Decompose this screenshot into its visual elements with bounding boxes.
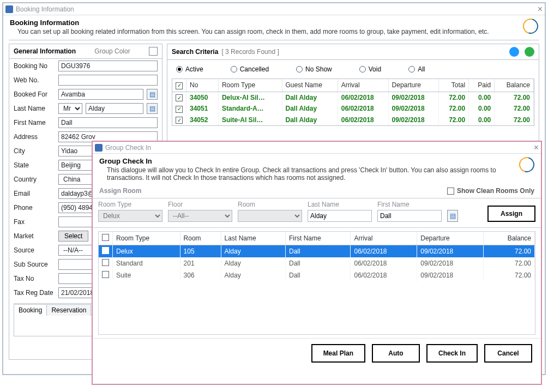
radio-cancelled[interactable]: Cancelled (231, 65, 269, 73)
first-name-label: First Name (14, 119, 55, 126)
col-arrival: Arrival (338, 79, 388, 92)
search-title: Search Criteria (172, 48, 218, 56)
tab-reservation[interactable]: Reservation (46, 304, 91, 316)
mcol-room: Room (180, 232, 221, 245)
assign-floor-select[interactable]: --All-- (168, 210, 232, 222)
salutation-select[interactable]: Mr. (58, 103, 82, 114)
assign-lookup-icon[interactable]: ▤ (447, 210, 458, 222)
assign-button[interactable]: Assign (487, 206, 535, 222)
brand-logo-icon (520, 16, 541, 37)
check-in-grid: Room Type Room Last Name First Name Arri… (98, 231, 535, 335)
auto-button[interactable]: Auto (372, 344, 420, 363)
assign-room-select[interactable] (238, 210, 302, 222)
general-info-title: General Information (14, 47, 76, 55)
show-clean-checkbox[interactable] (447, 188, 454, 195)
booked-for-lookup-icon[interactable]: ▤ (147, 89, 158, 100)
assign-floor-label: Floor (168, 201, 232, 208)
row-checkbox[interactable]: ✓ (176, 117, 183, 124)
col-departure: Departure (388, 79, 439, 92)
last-name-lookup-icon[interactable]: ▤ (147, 103, 158, 114)
row-checkbox[interactable] (102, 247, 109, 254)
city-label: City (14, 147, 55, 155)
mcol-first-name: First Name (286, 232, 351, 245)
fax-label: Fax (14, 218, 55, 226)
check-in-button[interactable]: Check In (426, 344, 478, 363)
col-balance: Balance (495, 79, 534, 92)
modal-header: Group Check In (99, 157, 515, 165)
mcol-balance: Balance (483, 232, 534, 245)
row-checkbox[interactable] (102, 259, 109, 266)
modal-close-icon[interactable]: × (534, 143, 539, 153)
mcol-last-name: Last Name (221, 232, 285, 245)
assign-first-name-input[interactable] (377, 210, 442, 222)
assign-room-type-label: Room Type (98, 201, 162, 208)
page-subtitle: You can set up all booking related infor… (17, 28, 519, 35)
country-label: Country (14, 176, 55, 183)
row-checkbox[interactable]: ✓ (176, 94, 183, 101)
web-no-label: Web No. (14, 76, 55, 84)
divider (9, 40, 539, 40)
table-row[interactable]: ✓34051Standard-A…Dall Alday06/02/201809/… (172, 103, 534, 114)
market-select-button[interactable]: Select (58, 231, 88, 242)
titlebar: Booking Information × (3, 3, 545, 15)
assign-last-name-label: Last Name (308, 201, 372, 208)
page-title: Booking Information (10, 19, 519, 27)
table-row[interactable]: Standard201AldayDall06/02/201809/02/2018… (99, 257, 535, 269)
assign-last-name-input[interactable] (308, 210, 372, 222)
radio-active[interactable]: Active (176, 65, 203, 73)
col-total: Total (439, 79, 469, 92)
col-paid: Paid (469, 79, 495, 92)
table-row[interactable]: Delux105AldayDall06/02/201809/02/201872.… (99, 245, 535, 258)
modal-actions: Meal Plan Auto Check In Cancel (93, 338, 541, 368)
window-title: Booking Information (16, 5, 74, 13)
table-row[interactable]: ✓34052Suite-AI Sil…Dall Alday06/02/20180… (172, 114, 534, 126)
status-radio-group: Active Cancelled No Show Void All (167, 60, 539, 79)
modal-subtitle: This dialogue will allow you to Check In… (107, 166, 515, 182)
app-icon (95, 144, 103, 152)
booking-no-input[interactable] (58, 61, 158, 71)
radio-void[interactable]: Void (359, 65, 381, 73)
first-name-input[interactable] (58, 117, 158, 128)
show-clean-label: Show Clean Rooms Only (457, 187, 534, 195)
records-found-text: [ 3 Records Found ] (221, 48, 279, 56)
row-checkbox[interactable] (102, 271, 109, 278)
assign-room-row: Room Type Delux Floor --All-- Room Last … (93, 198, 541, 228)
assign-room-type-select[interactable]: Delux (98, 210, 162, 222)
grid-select-all-checkbox[interactable] (102, 234, 109, 241)
row-checkbox[interactable]: ✓ (176, 106, 183, 113)
tab-booking[interactable]: Booking (14, 304, 47, 316)
refresh-icon[interactable] (525, 47, 534, 57)
cancel-button[interactable]: Cancel (484, 344, 532, 363)
col-no: No (186, 79, 219, 92)
radio-all[interactable]: All (408, 65, 425, 73)
search-icon[interactable] (509, 47, 519, 57)
mcol-departure: Departure (417, 232, 484, 245)
select-all-checkbox[interactable]: ✓ (176, 82, 183, 89)
booking-no-label: Booking No (14, 62, 55, 70)
modal-section-header: Group Check In This dialogue will allow … (93, 154, 541, 184)
group-check-in-dialog: Group Check In × Group Check In This dia… (92, 141, 542, 385)
assign-room-title: Assign Room (99, 187, 141, 195)
phone-label: Phone (14, 204, 55, 212)
app-icon (5, 5, 13, 13)
col-room-type: Room Type (218, 79, 282, 92)
booked-for-input[interactable] (58, 89, 143, 100)
section-header: Booking Information You can set up all b… (3, 15, 545, 38)
booked-for-label: Booked For (14, 91, 55, 98)
table-row[interactable]: ✓34050Delux-AI Sil…Dall Alday06/02/20180… (172, 92, 534, 103)
close-icon[interactable]: × (538, 4, 543, 14)
table-row[interactable]: Suite306AldayDall06/02/201809/02/201872.… (99, 269, 535, 281)
meal-plan-button[interactable]: Meal Plan (311, 344, 365, 363)
modal-titlebar: Group Check In × (93, 142, 541, 154)
modal-title: Group Check In (105, 144, 151, 152)
radio-no-show[interactable]: No Show (296, 65, 332, 73)
last-name-input[interactable] (86, 103, 143, 114)
mcol-room-type: Room Type (113, 232, 180, 245)
group-color-swatch[interactable] (149, 47, 158, 56)
email-label: Email (14, 190, 55, 197)
col-guest: Guest Name (282, 79, 338, 92)
tax-reg-date-label: Tax Reg Date (14, 289, 55, 297)
address-label: Address (14, 133, 55, 141)
market-label: Market (14, 232, 55, 240)
web-no-input[interactable] (58, 75, 158, 86)
